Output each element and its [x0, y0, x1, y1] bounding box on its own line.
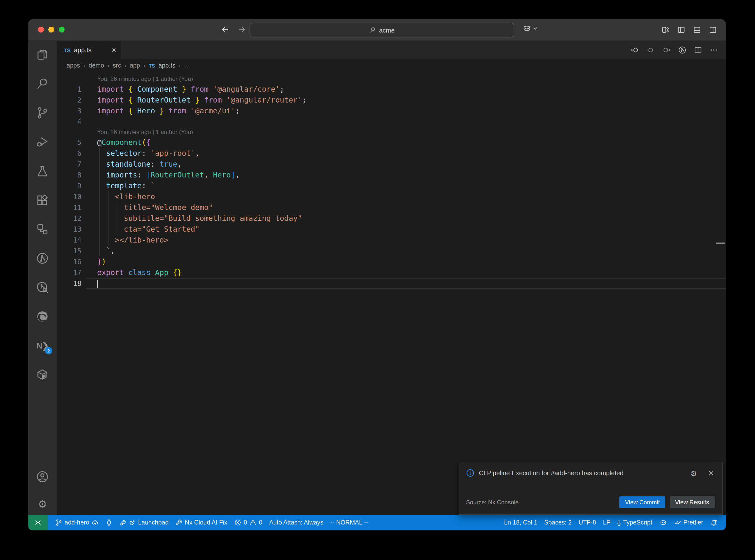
code-line[interactable]: 12 subtitle="Build something amazing tod…: [57, 213, 726, 224]
code-editor[interactable]: You, 26 minutes ago | 1 author (You)1imp…: [57, 73, 726, 515]
indentation-status[interactable]: Spaces: 2: [541, 515, 575, 531]
indent-guide: [108, 224, 108, 235]
language-mode-status[interactable]: {} TypeScript: [614, 515, 656, 531]
notification-settings-gear-icon[interactable]: ⚙: [690, 469, 698, 477]
code-line[interactable]: 14 ></lib-hero>: [57, 235, 726, 245]
more-actions-icon[interactable]: [710, 46, 718, 54]
breadcrumb-item[interactable]: demo: [89, 62, 104, 69]
line-number: 1: [57, 84, 81, 95]
nav-position-icon[interactable]: [647, 46, 655, 54]
run-debug-icon[interactable]: [36, 136, 49, 148]
line-number: 18: [57, 278, 81, 289]
containers-icon[interactable]: [36, 368, 49, 381]
code-line[interactable]: 8 imports: [RouterOutlet, Hero],: [57, 169, 726, 180]
eol-status[interactable]: LF: [599, 515, 614, 531]
code-line[interactable]: 18: [57, 278, 726, 289]
code-line[interactable]: 13 cta="Get Started": [57, 224, 726, 235]
code-line[interactable]: 1import { Component } from '@angular/cor…: [57, 84, 726, 95]
edge-tools-icon[interactable]: [36, 310, 49, 323]
tab-close-icon[interactable]: ✕: [112, 46, 116, 54]
gitlens-inspect-icon[interactable]: [36, 281, 49, 294]
settings-gear-icon[interactable]: ⚙: [36, 498, 49, 511]
indent-guide: [99, 169, 100, 180]
close-window-button[interactable]: [38, 27, 44, 33]
code-line[interactable]: 9 template: `: [57, 180, 726, 191]
code-line[interactable]: 2import { RouterOutlet } from '@angular/…: [57, 95, 726, 105]
auto-attach-status[interactable]: Auto Attach: Always: [266, 515, 327, 531]
nav-forward-arrow-icon[interactable]: [237, 25, 246, 35]
copilot-status[interactable]: [656, 515, 671, 531]
notification-close-icon[interactable]: [708, 469, 715, 477]
source-control-icon[interactable]: [36, 106, 49, 119]
line-number: 14: [57, 235, 81, 245]
code-line[interactable]: 17export class App {}: [57, 267, 726, 278]
code-line[interactable]: 7 standalone: true,: [57, 159, 726, 169]
nx-cloud-fix-status[interactable]: Nx Cloud AI Fix: [172, 515, 231, 531]
git-branch-status[interactable]: add-hero: [52, 515, 102, 531]
project-structure-icon[interactable]: [36, 223, 49, 236]
toggle-primary-sidebar-icon[interactable]: [677, 26, 686, 34]
remote-indicator[interactable]: [28, 515, 48, 531]
title-bar: acme: [28, 19, 726, 41]
compare-changes-status[interactable]: [102, 515, 116, 531]
status-bar: add-hero Launc: [28, 515, 726, 531]
line-number: 3: [57, 105, 81, 116]
customize-layout-icon[interactable]: [661, 26, 670, 34]
formatter-status[interactable]: Prettier: [671, 515, 707, 531]
problems-status[interactable]: 0 0: [231, 515, 266, 531]
code-line[interactable]: 5@Component({: [57, 137, 726, 148]
extensions-icon[interactable]: [36, 194, 49, 206]
indent-guide: [108, 191, 108, 202]
info-icon: [466, 469, 474, 477]
testing-icon[interactable]: [36, 165, 49, 178]
toggle-secondary-sidebar-icon[interactable]: [709, 26, 717, 34]
code-line[interactable]: 3import { Hero } from '@acme/ui';: [57, 105, 726, 116]
launchpad-status[interactable]: Launchpad: [116, 515, 172, 531]
nx-console-icon[interactable]: N❯ 2: [36, 339, 49, 352]
zoom-window-button[interactable]: [59, 27, 65, 33]
gitlens-icon[interactable]: [36, 252, 49, 265]
split-editor-icon[interactable]: [694, 46, 702, 54]
view-commit-button[interactable]: View Commit: [620, 496, 665, 508]
breadcrumb-item[interactable]: app: [130, 62, 140, 69]
encoding-status[interactable]: UTF-8: [575, 515, 600, 531]
nav-back-arrow-icon[interactable]: [220, 25, 230, 35]
commit-graph-icon[interactable]: [678, 46, 687, 54]
indent-guide: [108, 235, 108, 245]
search-icon: [369, 27, 376, 34]
code-line[interactable]: 11 title="Welcmoe demo": [57, 202, 726, 213]
nav-forward-icon[interactable]: [662, 46, 671, 54]
cursor-position-status[interactable]: Ln 18, Col 1: [501, 515, 541, 531]
line-number: 4: [57, 116, 81, 127]
breadcrumb-file[interactable]: app.ts: [159, 62, 175, 69]
nav-back-icon[interactable]: [631, 46, 639, 54]
line-number: 5: [57, 137, 81, 148]
minimize-window-button[interactable]: [48, 27, 54, 33]
search-icon[interactable]: [36, 77, 49, 90]
blame-annotation: You, 26 minutes ago | 1 author (You): [57, 74, 726, 84]
breadcrumb-item[interactable]: apps: [66, 62, 80, 69]
breadcrumb-overflow[interactable]: …: [184, 62, 190, 69]
code-line[interactable]: 6 selector: 'app-root',: [57, 148, 726, 159]
line-number: 12: [57, 213, 81, 224]
search-value: acme: [379, 26, 395, 34]
toggle-panel-icon[interactable]: [693, 26, 701, 34]
indent-guide: [99, 202, 100, 213]
vscode-window: acme: [28, 19, 726, 531]
copilot-menu[interactable]: [522, 24, 538, 33]
code-line[interactable]: 10 <lib-hero: [57, 191, 726, 202]
overview-ruler-mark: [716, 242, 725, 244]
indent-guide: [99, 224, 100, 235]
desktop: acme: [0, 0, 755, 560]
code-line[interactable]: 16}): [57, 256, 726, 267]
view-results-button[interactable]: View Results: [670, 496, 715, 508]
tab-app-ts[interactable]: TS app.ts ✕: [57, 41, 122, 59]
explorer-icon[interactable]: [36, 48, 49, 61]
account-icon[interactable]: [36, 470, 49, 483]
code-line[interactable]: 15 `,: [57, 245, 726, 256]
code-line[interactable]: 4: [57, 116, 726, 127]
command-center-search[interactable]: acme: [250, 23, 514, 38]
vim-mode-status[interactable]: -- NORMAL --: [327, 515, 372, 531]
notifications-bell[interactable]: [707, 515, 721, 531]
breadcrumb-item[interactable]: src: [113, 62, 121, 69]
